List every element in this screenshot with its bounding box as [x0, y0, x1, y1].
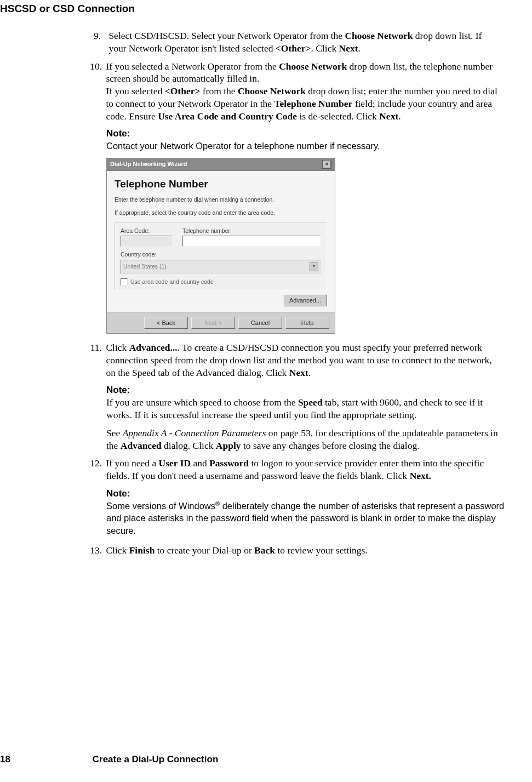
step-number: 9. — [90, 30, 101, 42]
note-label: Note: — [106, 128, 506, 140]
text: Click — [106, 545, 129, 556]
step-body: If you selected a Network Operator from … — [106, 60, 497, 123]
dialog-subtext-2: If appropriate, select the country code … — [115, 209, 327, 217]
bold: Speed — [298, 397, 323, 408]
close-icon[interactable]: × — [322, 160, 331, 169]
country-label: Country code: — [121, 251, 321, 259]
checkbox-label: Use area code and country code — [130, 278, 214, 286]
step-body: Select CSD/HSCSD. Select your Network Op… — [108, 30, 500, 55]
note-text: If you are unsure which speed to choose … — [106, 396, 506, 421]
back-button[interactable]: < Back — [144, 317, 188, 329]
dialog-panel: Area Code: Telephone number: Country cod… — [115, 222, 327, 291]
page-footer: 18 Create a Dial-Up Connection — [0, 754, 532, 766]
bold: Use Area Code and Country Code — [158, 111, 297, 122]
telephone-label: Telephone number: — [182, 227, 321, 235]
step-11: 11. Click Advanced.... To create a CSD/H… — [90, 341, 506, 379]
dialog-heading: Telephone Number — [115, 178, 327, 191]
text: to save any changes before closing the d… — [241, 440, 420, 451]
footer-section: Create a Dial-Up Connection — [93, 754, 219, 764]
note-1: Note: Contact your Network Operator for … — [106, 128, 506, 152]
bold: <Other> — [165, 85, 201, 96]
dialog-screenshot: Dial-Up Networking Wizard × Telephone Nu… — [106, 158, 335, 334]
step-number: 10. — [90, 60, 102, 73]
text: . — [358, 43, 361, 54]
bold: Choose Network — [345, 30, 413, 41]
text: dialog. Click — [162, 440, 216, 451]
page-number: 18 — [0, 754, 90, 766]
step-body: Click Finish to create your Dial-up or B… — [106, 544, 497, 557]
text: to create your Dial-up or — [155, 545, 254, 556]
dialog-titlebar: Dial-Up Networking Wizard × — [107, 158, 335, 171]
text: If you selected a Network Operator from … — [106, 61, 279, 72]
cancel-button[interactable]: Cancel — [238, 317, 282, 329]
text: If you selected — [106, 85, 164, 96]
text: If you are unsure which speed to choose … — [106, 397, 298, 408]
text: . — [308, 367, 311, 378]
appendix-paragraph: See Appendix A - Connection Parameters o… — [106, 427, 506, 452]
text: If you need a — [106, 458, 158, 469]
text: is de-selected. Click — [297, 111, 379, 122]
step-12: 12. If you need a User ID and Password t… — [90, 457, 506, 482]
step-9: 9. Select CSD/HSCSD. Select your Network… — [90, 30, 506, 55]
bold: Next — [379, 111, 398, 122]
chevron-down-icon[interactable]: ▾ — [310, 262, 318, 271]
text: and — [191, 458, 209, 469]
bold: Telephone Number — [274, 98, 353, 109]
text: Click — [106, 342, 129, 353]
checkbox-icon[interactable] — [121, 278, 128, 286]
bold: Back — [254, 545, 275, 556]
registered-icon: ® — [215, 500, 220, 507]
dialog-footer: < Back Next > Cancel Help — [107, 312, 335, 333]
text: Select CSD/HSCSD. Select your Network Op… — [108, 30, 345, 41]
step-body: If you need a User ID and Password to lo… — [106, 457, 497, 482]
step-number: 11. — [90, 341, 102, 354]
help-button[interactable]: Help — [285, 317, 329, 329]
step-10: 10. If you selected a Network Operator f… — [90, 60, 506, 123]
bold: Next — [289, 367, 308, 378]
text: See — [106, 427, 123, 438]
step-body: Click Advanced.... To create a CSD/HSCSD… — [106, 341, 497, 379]
step-number: 13. — [90, 544, 102, 557]
dialog-body: Telephone Number Enter the telephone num… — [107, 171, 335, 312]
dialog-subtext-1: Enter the telephone number to dial when … — [115, 196, 327, 204]
note-label: Note: — [106, 488, 506, 500]
bold: Next. — [410, 470, 431, 481]
bold: Advanced... — [129, 342, 178, 353]
step-number: 12. — [90, 457, 102, 470]
bold: Choose Network — [238, 85, 306, 96]
bold: Advanced — [121, 440, 162, 451]
bold: Next — [339, 43, 358, 54]
note-label: Note: — [106, 384, 506, 396]
text: from the — [200, 85, 238, 96]
note-text: Some versions of Windows® deliberately c… — [106, 500, 506, 536]
bold: <Other> — [276, 43, 311, 54]
area-code-label: Area Code: — [121, 227, 173, 235]
bold: Password — [209, 458, 249, 469]
main-content: 9. Select CSD/HSCSD. Select your Network… — [90, 30, 506, 562]
note-3: Note: Some versions of Windows® delibera… — [106, 488, 506, 536]
text: . Click — [311, 43, 339, 54]
dialog-title: Dial-Up Networking Wizard — [110, 160, 187, 168]
text: to review your settings. — [275, 545, 368, 556]
note-2: Note: If you are unsure which speed to c… — [106, 384, 506, 421]
bold: User ID — [159, 458, 191, 469]
advanced-button[interactable]: Advanced... — [283, 294, 327, 306]
step-13: 13. Click Finish to create your Dial-up … — [90, 544, 506, 557]
page-header: HSCSD or CSD Connection — [0, 2, 135, 16]
text: . — [398, 111, 401, 122]
telephone-input[interactable] — [182, 236, 321, 247]
country-select[interactable]: United States (1) ▾ — [121, 260, 321, 274]
next-button[interactable]: Next > — [191, 317, 235, 329]
country-value: United States (1) — [123, 263, 167, 271]
bold: Finish — [129, 545, 155, 556]
text: Some versions of Windows — [106, 501, 215, 511]
italic: Appendix A - Connection Parameters — [123, 427, 266, 438]
note-text: Contact your Network Operator for a tele… — [106, 140, 506, 152]
bold: Apply — [216, 440, 241, 451]
use-area-code-checkbox-row[interactable]: Use area code and country code — [121, 278, 321, 286]
area-code-input[interactable] — [121, 236, 173, 247]
bold: Choose Network — [279, 61, 347, 72]
